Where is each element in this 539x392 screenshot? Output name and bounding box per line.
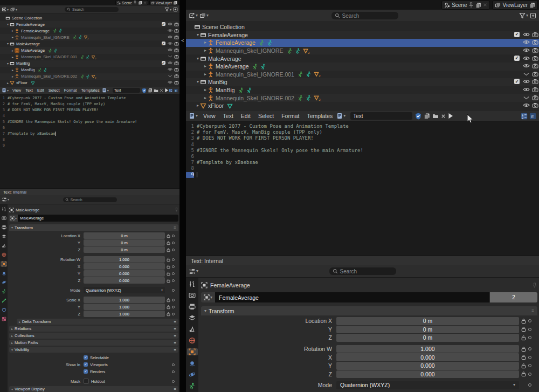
lock-open-icon[interactable] <box>167 233 170 238</box>
camera-visibility-icon[interactable] <box>174 54 179 59</box>
disclosure-right-icon[interactable]: ▸ <box>204 96 206 100</box>
properties-search-input[interactable]: Search <box>63 197 117 202</box>
camera-visibility-icon[interactable] <box>174 22 179 26</box>
disclosure-right-icon[interactable]: ▸ <box>204 49 206 53</box>
new-text-icon[interactable] <box>148 88 153 93</box>
camera-visibility-icon[interactable] <box>174 80 179 85</box>
viewlayer-selector[interactable]: ViewLayer <box>492 1 538 10</box>
tab-object-data[interactable] <box>1 288 7 294</box>
properties-search-input[interactable]: Search <box>329 267 396 275</box>
animate-dot[interactable] <box>528 356 531 359</box>
tab-world[interactable] <box>187 337 198 344</box>
outliner-row-obj-maleaverage[interactable]: ▸MaleAverage <box>0 47 179 53</box>
datablock-users-button[interactable]: 2 <box>490 292 537 302</box>
animate-dot[interactable] <box>172 289 175 292</box>
code-lines[interactable]: #Cyberpunk 2077 - Custom Pose and Animat… <box>5 95 137 188</box>
tab-scene[interactable] <box>1 243 7 249</box>
eye-open-icon[interactable] <box>168 80 172 84</box>
eye-open-icon[interactable] <box>168 48 172 52</box>
collection-checkbox[interactable]: ✓ <box>162 61 165 65</box>
number-field[interactable]: 0.000 <box>84 270 165 277</box>
outliner-row-obj-manbig[interactable]: ▸ManBig <box>186 86 539 94</box>
tab-physics[interactable] <box>187 360 198 367</box>
eye-open-icon[interactable] <box>168 35 172 39</box>
outliner-row-obj-mannequin-ignore-002[interactable]: ▸Mannequin_Skel_IGNORE.0022 <box>186 94 539 102</box>
pin-scene-icon[interactable] <box>133 1 137 5</box>
camera-visibility-icon[interactable] <box>532 56 538 61</box>
collection-checkbox[interactable]: ✓ <box>514 56 520 61</box>
tab-tool[interactable] <box>1 206 7 212</box>
number-field[interactable]: 0.000 <box>336 362 519 370</box>
text-datablock-name-field[interactable]: Text <box>350 112 412 120</box>
menu-text[interactable]: Text <box>25 88 33 93</box>
animate-dot[interactable] <box>172 279 175 282</box>
eye-closed-icon[interactable] <box>523 71 530 77</box>
outliner-row-scene-collection[interactable]: Scene Collection <box>0 15 179 21</box>
outliner-filter-button[interactable]: ▾ <box>519 12 528 19</box>
animate-dot[interactable] <box>172 249 175 251</box>
rotation-mode-dropdown[interactable]: Quaternion (WXYZ)▾ <box>84 287 165 293</box>
properties-editor-type-button[interactable]: ▾ <box>189 268 198 275</box>
line-numbers-toggle-icon[interactable]: 12 <box>521 113 528 120</box>
number-field[interactable]: 1.000 <box>84 304 165 310</box>
tab-bone[interactable] <box>1 298 7 304</box>
outliner-row-obj-maleaverage[interactable]: ▸MaleAverage <box>186 63 539 71</box>
checkbox-holdout[interactable] <box>84 379 89 384</box>
lock-open-icon[interactable] <box>167 257 170 262</box>
menu-format[interactable]: Format <box>64 88 77 93</box>
syntax-highlight-toggle-icon[interactable]: E <box>529 113 536 120</box>
disclosure-right-icon[interactable]: ▸ <box>12 36 13 39</box>
panel-header-visibility[interactable]: ▾Visibility≡ <box>9 347 178 353</box>
menu-templates[interactable]: Templates <box>307 113 333 119</box>
tab-object[interactable] <box>187 348 198 355</box>
tab-scene[interactable] <box>187 326 198 333</box>
eye-open-icon[interactable] <box>523 32 530 37</box>
eye-open-icon[interactable] <box>523 102 530 108</box>
object-name-field[interactable]: FemaleAverage <box>215 292 489 302</box>
unlink-scene-icon[interactable] <box>143 1 147 4</box>
menu-templates[interactable]: Templates <box>81 88 99 93</box>
text-datablock-button[interactable]: ▾ <box>102 88 109 93</box>
scene-selector[interactable]: Scene <box>115 0 148 5</box>
tab-view-layer[interactable] <box>1 233 7 239</box>
number-field[interactable]: 0.000 <box>336 370 519 379</box>
open-text-icon[interactable] <box>154 88 158 93</box>
animate-dot[interactable] <box>528 373 531 376</box>
animate-dot[interactable] <box>528 336 531 339</box>
eye-closed-icon[interactable] <box>523 95 530 100</box>
lock-open-icon[interactable] <box>521 326 526 332</box>
panel-header-viewport_display[interactable]: ▾Viewport Display≡ <box>9 386 178 392</box>
eye-open-icon[interactable] <box>168 67 172 71</box>
number-field[interactable]: 0.000 <box>84 263 165 270</box>
outliner-row-obj-xfloor[interactable]: ▸xFloor <box>0 80 179 86</box>
disclosure-down-icon[interactable]: ▾ <box>7 23 9 26</box>
tab-constraints[interactable] <box>187 371 198 378</box>
camera-visibility-icon[interactable] <box>532 39 538 45</box>
outliner-row-obj-femaleaverage[interactable]: ▸FemaleAverage <box>186 39 539 47</box>
animate-dot[interactable] <box>172 242 175 244</box>
animate-dot[interactable] <box>172 299 175 301</box>
text-datablock-button[interactable]: ▾ <box>336 113 345 119</box>
pin-scene-icon[interactable] <box>468 2 474 8</box>
camera-visibility-icon[interactable] <box>174 29 179 33</box>
outliner-row-obj-mannequin-ignore-001[interactable]: ▸Mannequin_Skel_IGNORE.0012 <box>186 71 539 79</box>
tab-object[interactable] <box>1 261 7 267</box>
outliner-row-scene-collection[interactable]: Scene Collection <box>186 23 539 31</box>
camera-visibility-icon[interactable] <box>174 67 179 72</box>
tab-material[interactable] <box>1 307 7 313</box>
lock-open-icon[interactable] <box>521 354 526 360</box>
text-editor-body[interactable]: 123456789#Cyberpunk 2077 - Custom Pose a… <box>0 94 179 188</box>
rotation-mode-dropdown[interactable]: Quaternion (WXYZ)▾ <box>336 381 519 389</box>
menu-edit[interactable]: Edit <box>37 88 44 93</box>
lock-open-icon[interactable] <box>521 346 526 352</box>
disclosure-down-icon[interactable]: ▾ <box>7 42 9 45</box>
number-field[interactable]: 0 m <box>84 246 165 253</box>
disclosure-down-icon[interactable]: ▾ <box>7 62 9 65</box>
lock-open-icon[interactable] <box>167 305 170 310</box>
camera-visibility-icon[interactable] <box>532 79 538 84</box>
eye-open-icon[interactable] <box>523 63 530 68</box>
lock-open-icon[interactable] <box>167 247 170 252</box>
run-script-icon[interactable] <box>448 113 453 119</box>
number-field[interactable]: 1.000 <box>84 297 165 303</box>
number-field[interactable]: 0 m <box>84 239 165 246</box>
